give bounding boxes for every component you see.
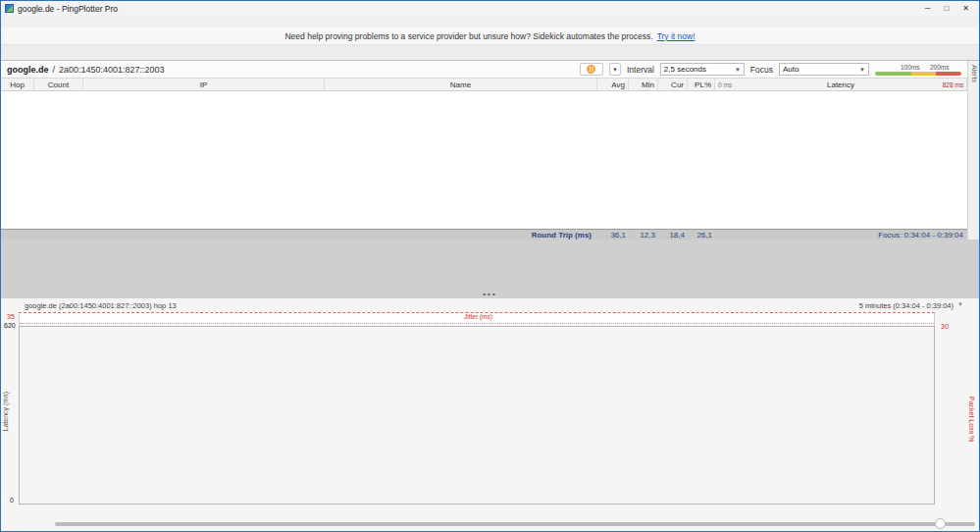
latency-color-legend: 100ms 200ms	[875, 64, 961, 76]
minimize-button[interactable]: ─	[925, 4, 931, 13]
alerts-gutter: Alerts	[967, 61, 980, 239]
summary-cur: 18,4	[658, 230, 688, 239]
table-header-row: Hop Count IP Name Avg Min Cur PL% 0 ms L…	[1, 79, 967, 91]
loss-axis-max: 30	[941, 323, 949, 330]
latency-axis-min: 0	[10, 497, 14, 504]
col-header-name[interactable]: Name	[325, 79, 597, 90]
tab-bar	[1, 45, 979, 61]
latency-scale-min: 0 ms	[718, 81, 732, 88]
latency-axis-title: Latency (ms)	[2, 392, 9, 431]
col-header-avg[interactable]: Avg	[597, 79, 629, 90]
graph-header: google.de (2a00:1450:4001:827::2003) hop…	[1, 300, 979, 312]
col-header-hop[interactable]: Hop	[1, 79, 34, 90]
col-header-cur[interactable]: Cur	[658, 79, 688, 90]
latency-axis-max: 620	[4, 322, 16, 329]
timeline-scroll-knob[interactable]	[935, 518, 946, 529]
jitter-baseline	[20, 323, 934, 324]
timeline-graph-panel: google.de (2a00:1450:4001:827::2003) hop…	[1, 297, 979, 532]
window-title: google.de - PingPlotter Pro	[18, 4, 118, 14]
app-icon	[5, 4, 14, 13]
chevron-down-icon[interactable]: ▼	[957, 301, 963, 307]
latency-scale-max: 828 ms	[943, 81, 963, 88]
col-header-pl[interactable]: PL%	[688, 79, 715, 90]
legend-gradient-bar	[875, 72, 961, 76]
title-bar: google.de - PingPlotter Pro ─ □ ✕	[1, 1, 979, 16]
target-address: 2a00:1450:4001:827::2003	[59, 65, 165, 75]
timeline-scrollbar[interactable]	[55, 522, 975, 526]
col-header-count[interactable]: Count	[34, 79, 83, 90]
col-header-ip[interactable]: IP	[83, 79, 325, 90]
time-axis	[19, 505, 935, 515]
latency-header-label: Latency	[827, 80, 854, 89]
target-host: google.de	[7, 65, 49, 75]
menu-bar	[1, 16, 979, 27]
target-separator: /	[53, 65, 56, 75]
col-header-latency[interactable]: 0 ms Latency 828 ms	[715, 79, 967, 90]
try-it-now-link[interactable]: Try it now!	[657, 31, 696, 41]
pause-icon	[587, 65, 595, 74]
graph-timescale[interactable]: 5 minutes (0:34:04 - 0:39:04)	[859, 301, 954, 310]
notification-text: Need help proving problems to a service …	[284, 31, 652, 41]
focus-range-text: Focus: 0:34:04 - 0:39:04	[715, 230, 967, 239]
panel-splitter-handle[interactable]: •••	[1, 290, 979, 297]
close-button[interactable]: ✕	[962, 4, 969, 13]
maximize-button[interactable]: □	[944, 4, 949, 13]
interval-select[interactable]: 2,5 seconds ▼	[660, 63, 745, 76]
latency-loss-plot[interactable]	[19, 326, 935, 505]
summary-row: Round Trip (ms) 36,1 12,3 18,4 26,1 Focu…	[1, 229, 967, 239]
legend-100ms-label: 100ms	[901, 64, 920, 71]
hop-table-body	[1, 91, 967, 229]
round-trip-label: Round Trip (ms)	[325, 230, 597, 239]
summary-pl: 26,1	[688, 230, 715, 239]
legend-200ms-label: 200ms	[930, 64, 950, 71]
jitter-axis-label: Jitter (ms)	[462, 313, 494, 320]
pause-button[interactable]	[580, 63, 603, 76]
graph-title: google.de (2a00:1450:4001:827::2003) hop…	[25, 301, 177, 310]
summary-min: 12,3	[629, 230, 658, 239]
alerts-side-tab[interactable]: Alerts	[971, 65, 978, 82]
col-header-min[interactable]: Min	[629, 79, 658, 90]
interval-label: Interval	[627, 65, 654, 75]
interval-value: 2,5 seconds	[664, 65, 706, 74]
target-header: google.de / 2a00:1450:4001:827::2003 ▼ I…	[1, 61, 967, 79]
loss-axis-title: Packet Loss %	[968, 397, 975, 442]
notification-bar: Need help proving problems to a service …	[1, 27, 979, 45]
focus-select[interactable]: Auto ▼	[779, 63, 869, 76]
focus-label: Focus	[750, 65, 773, 75]
chevron-down-icon: ▼	[735, 67, 741, 73]
pause-dropdown-button[interactable]: ▼	[609, 63, 621, 76]
chevron-down-icon: ▼	[859, 67, 865, 73]
pingplotter-window: google.de - PingPlotter Pro ─ □ ✕ Need h…	[0, 0, 980, 532]
focus-value: Auto	[783, 65, 799, 74]
jitter-axis-max: 35	[7, 313, 15, 320]
summary-avg: 36,1	[597, 230, 629, 239]
